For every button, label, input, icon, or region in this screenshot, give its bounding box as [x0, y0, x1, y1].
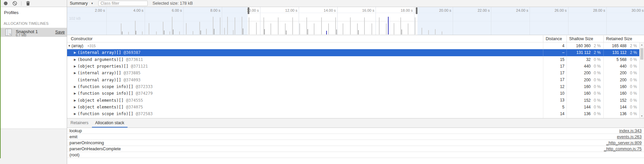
expand-icon[interactable]: ▶ — [74, 85, 78, 88]
allocation-bar-selected — [388, 17, 389, 34]
ruler-tick-label: 20.00 s — [433, 8, 451, 12]
heap-grid-header: Constructor Distance Shallow Size Retain… — [67, 35, 644, 43]
trash-icon — [26, 1, 30, 6]
table-row[interactable]: ▶(object elements)[] @37407551440 %1440 … — [67, 104, 639, 110]
devtools-memory-panel: Profiles ALLOCATION TIMELINES % Snapshot… — [0, 0, 644, 164]
distance-cell: – — [543, 49, 566, 56]
selection-handle-left[interactable] — [248, 7, 249, 14]
distance-cell: 13 — [543, 97, 566, 103]
scrollbar-thumb[interactable] — [640, 48, 643, 60]
allocation-bar — [224, 28, 225, 34]
selected-size-label: Selected size: 178 kB — [152, 1, 193, 6]
expand-icon[interactable]: ▶ — [74, 58, 78, 61]
stack-source-link[interactable]: _http_server.js:809 — [606, 141, 642, 145]
tab-allocation-stack[interactable]: Allocation stack — [92, 118, 128, 128]
table-row[interactable]: ▶(object elements)[] @374555131520 %1520… — [67, 97, 639, 103]
shallow-size-value: 144 — [567, 105, 591, 109]
table-row[interactable]: ▶(internal array)[] @373885172000 %2000 … — [67, 70, 639, 76]
column-header-distance[interactable]: Distance — [543, 35, 566, 42]
ruler-tick-label: 16.00 s — [355, 8, 374, 12]
column-header-retained-size[interactable]: Retained Size — [603, 35, 639, 42]
expand-icon[interactable]: ▶ — [74, 51, 78, 54]
tab-retainers[interactable]: Retainers — [67, 118, 92, 128]
allocation-bar — [179, 31, 180, 34]
allocation-bar — [415, 17, 415, 34]
constructor-cell: ▶(function scope info)[] @374279 — [67, 90, 543, 97]
table-row[interactable]: ▶(bound arguments)[] @37361115320 %5 568… — [67, 56, 639, 63]
table-row[interactable]: ▶(internal array)[] @369387–131 1122 %13… — [67, 49, 639, 56]
constructor-cell: ▶(internal array)[] @373885 — [67, 70, 543, 76]
allocation-stack-panel: lookupindex.js:343emitevents.js:263parse… — [67, 128, 644, 164]
delete-profile-button[interactable] — [25, 1, 31, 6]
table-row[interactable]: ▶(object properties)[] @371121174400 %44… — [67, 63, 639, 70]
ruler-gridline — [183, 7, 184, 35]
allocation-bar — [136, 31, 136, 34]
selection-handle-right[interactable] — [416, 7, 417, 14]
allocation-bar — [335, 17, 336, 34]
table-row[interactable]: ▼(array)×3154160 3602 %165 4882 % — [67, 43, 639, 49]
allocation-bar-selected — [326, 31, 327, 34]
constructor-cell: ▶(function scope info)[] @372583 — [67, 110, 543, 117]
object-id: @374555 — [123, 98, 143, 103]
allocation-bar — [364, 17, 365, 34]
expand-icon[interactable]: ▶ — [74, 112, 78, 115]
allocation-bar — [422, 28, 422, 34]
table-row[interactable]: ▶(function scope info)[] @374279101600 %… — [67, 90, 639, 97]
object-id: @369387 — [121, 50, 141, 55]
allocation-bar — [233, 30, 234, 34]
table-row[interactable]: ▶(function scope info)[] @372583141360 %… — [67, 110, 639, 117]
column-header-constructor[interactable]: Constructor — [67, 35, 543, 42]
stack-source-link[interactable]: _http_common.js:75 — [604, 147, 642, 151]
grid-scrollbar[interactable]: ▲ ▼ — [639, 43, 644, 118]
expand-icon[interactable]: ▶ — [74, 99, 78, 102]
retained-size-value: 200 — [604, 71, 627, 75]
distance-cell: 17 — [543, 63, 566, 70]
allocation-bar — [156, 31, 157, 34]
ruler-gridline — [568, 7, 568, 35]
perspective-select[interactable]: Summary ▼ — [70, 1, 93, 6]
collapse-icon[interactable]: ▼ — [68, 44, 71, 48]
clear-profiles-button[interactable] — [12, 1, 17, 6]
sidebar-item-snapshot-1[interactable]: % Snapshot 1 6.7 MB Save — [0, 28, 67, 37]
retained-size-percent: 0 % — [627, 71, 639, 75]
expand-icon[interactable]: ▶ — [74, 105, 78, 109]
expand-icon[interactable]: ▶ — [74, 92, 78, 95]
constructor-name: (function scope info)[] @374279 — [78, 91, 153, 96]
ruler-tick-label: 10.00 s — [240, 8, 259, 12]
table-row[interactable]: ▶(function scope info)[] @372333121600 %… — [67, 83, 639, 90]
stack-source-link[interactable]: events.js:263 — [617, 135, 642, 139]
scroll-up-icon[interactable]: ▲ — [640, 44, 644, 46]
retained-size-cell: 131 1122 % — [603, 49, 639, 56]
shallow-size-cell: 1360 % — [566, 110, 603, 117]
screen-edge-strip — [0, 0, 1, 158]
expand-icon[interactable]: ▶ — [74, 65, 78, 68]
profiles-heading: Profiles — [4, 10, 18, 15]
column-header-shallow-size[interactable]: Shallow Size — [566, 35, 603, 42]
stack-frame-row: emitevents.js:263 — [67, 134, 644, 140]
shallow-size-cell: 1600 % — [566, 83, 603, 90]
table-row[interactable]: (internal array)[] @374093172000 %2000 % — [67, 76, 639, 83]
ruler-tick-label: 12.00 s — [279, 8, 297, 12]
profiles-toolbar — [0, 0, 67, 7]
allocation-bar — [186, 23, 187, 34]
constructor-cell: ▼(array)×315 — [67, 43, 543, 49]
stack-source-link[interactable]: index.js:343 — [619, 129, 642, 133]
ruler-tick-label: 4.00 s — [125, 8, 143, 12]
class-filter-input[interactable] — [98, 1, 148, 6]
allocation-bar — [371, 23, 372, 34]
save-link[interactable]: Save — [55, 30, 65, 34]
retained-size-value: 200 — [604, 78, 627, 82]
constructor-name: (internal array)[] @374093 — [78, 78, 141, 82]
shallow-size-cell: 4400 % — [566, 63, 603, 70]
scroll-down-icon[interactable]: ▼ — [640, 115, 644, 117]
timeline-chart[interactable]: 102 kB 2.00 s4.00 s6.00 s8.00 s10.00 s12… — [67, 7, 644, 35]
shallow-size-value: 200 — [567, 71, 591, 75]
stack-frame-row: (root) — [67, 152, 644, 158]
allocation-bar — [220, 17, 220, 34]
record-allocation-button[interactable] — [3, 1, 8, 6]
shallow-size-value: 32 — [567, 57, 591, 62]
expand-icon[interactable]: ▶ — [74, 71, 78, 75]
constructor-name: (object properties)[] @371121 — [78, 64, 148, 69]
heap-grid-body: ▼(array)×3154160 3602 %165 4882 %▶(inter… — [67, 43, 639, 118]
retained-size-value: 440 — [604, 64, 627, 69]
